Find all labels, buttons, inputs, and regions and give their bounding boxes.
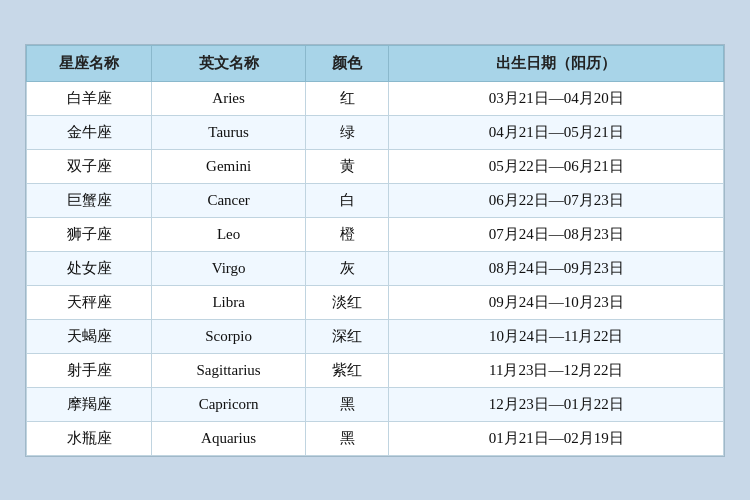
cell-chinese: 天蝎座 bbox=[27, 319, 152, 353]
cell-chinese: 天秤座 bbox=[27, 285, 152, 319]
header-english: 英文名称 bbox=[152, 45, 305, 81]
cell-english: Gemini bbox=[152, 149, 305, 183]
zodiac-table: 星座名称 英文名称 颜色 出生日期（阳历） 白羊座Aries红03月21日—04… bbox=[26, 45, 724, 456]
table-body: 白羊座Aries红03月21日—04月20日金牛座Taurus绿04月21日—0… bbox=[27, 81, 724, 455]
header-chinese: 星座名称 bbox=[27, 45, 152, 81]
cell-chinese: 白羊座 bbox=[27, 81, 152, 115]
zodiac-table-container: 星座名称 英文名称 颜色 出生日期（阳历） 白羊座Aries红03月21日—04… bbox=[25, 44, 725, 457]
cell-color: 黄 bbox=[305, 149, 389, 183]
cell-color: 黑 bbox=[305, 421, 389, 455]
cell-date: 07月24日—08月23日 bbox=[389, 217, 724, 251]
table-row: 射手座Sagittarius紫红11月23日—12月22日 bbox=[27, 353, 724, 387]
table-row: 处女座Virgo灰08月24日—09月23日 bbox=[27, 251, 724, 285]
cell-english: Virgo bbox=[152, 251, 305, 285]
cell-chinese: 处女座 bbox=[27, 251, 152, 285]
cell-chinese: 巨蟹座 bbox=[27, 183, 152, 217]
cell-date: 10月24日—11月22日 bbox=[389, 319, 724, 353]
cell-color: 红 bbox=[305, 81, 389, 115]
header-date: 出生日期（阳历） bbox=[389, 45, 724, 81]
cell-color: 橙 bbox=[305, 217, 389, 251]
cell-date: 12月23日—01月22日 bbox=[389, 387, 724, 421]
cell-chinese: 水瓶座 bbox=[27, 421, 152, 455]
cell-color: 白 bbox=[305, 183, 389, 217]
table-row: 白羊座Aries红03月21日—04月20日 bbox=[27, 81, 724, 115]
cell-color: 绿 bbox=[305, 115, 389, 149]
cell-date: 03月21日—04月20日 bbox=[389, 81, 724, 115]
cell-english: Scorpio bbox=[152, 319, 305, 353]
cell-color: 紫红 bbox=[305, 353, 389, 387]
cell-english: Cancer bbox=[152, 183, 305, 217]
table-row: 水瓶座Aquarius黑01月21日—02月19日 bbox=[27, 421, 724, 455]
table-row: 狮子座Leo橙07月24日—08月23日 bbox=[27, 217, 724, 251]
cell-english: Aries bbox=[152, 81, 305, 115]
cell-color: 淡红 bbox=[305, 285, 389, 319]
cell-color: 灰 bbox=[305, 251, 389, 285]
cell-color: 黑 bbox=[305, 387, 389, 421]
cell-date: 11月23日—12月22日 bbox=[389, 353, 724, 387]
cell-date: 01月21日—02月19日 bbox=[389, 421, 724, 455]
cell-date: 05月22日—06月21日 bbox=[389, 149, 724, 183]
cell-date: 09月24日—10月23日 bbox=[389, 285, 724, 319]
cell-chinese: 摩羯座 bbox=[27, 387, 152, 421]
cell-english: Taurus bbox=[152, 115, 305, 149]
cell-date: 06月22日—07月23日 bbox=[389, 183, 724, 217]
table-row: 巨蟹座Cancer白06月22日—07月23日 bbox=[27, 183, 724, 217]
table-row: 天蝎座Scorpio深红10月24日—11月22日 bbox=[27, 319, 724, 353]
cell-chinese: 双子座 bbox=[27, 149, 152, 183]
table-row: 双子座Gemini黄05月22日—06月21日 bbox=[27, 149, 724, 183]
cell-chinese: 射手座 bbox=[27, 353, 152, 387]
cell-date: 08月24日—09月23日 bbox=[389, 251, 724, 285]
table-row: 摩羯座Capricorn黑12月23日—01月22日 bbox=[27, 387, 724, 421]
cell-chinese: 金牛座 bbox=[27, 115, 152, 149]
cell-english: Libra bbox=[152, 285, 305, 319]
cell-color: 深红 bbox=[305, 319, 389, 353]
cell-chinese: 狮子座 bbox=[27, 217, 152, 251]
cell-date: 04月21日—05月21日 bbox=[389, 115, 724, 149]
cell-english: Aquarius bbox=[152, 421, 305, 455]
cell-english: Sagittarius bbox=[152, 353, 305, 387]
header-color: 颜色 bbox=[305, 45, 389, 81]
cell-english: Capricorn bbox=[152, 387, 305, 421]
cell-english: Leo bbox=[152, 217, 305, 251]
table-row: 金牛座Taurus绿04月21日—05月21日 bbox=[27, 115, 724, 149]
table-header-row: 星座名称 英文名称 颜色 出生日期（阳历） bbox=[27, 45, 724, 81]
table-row: 天秤座Libra淡红09月24日—10月23日 bbox=[27, 285, 724, 319]
